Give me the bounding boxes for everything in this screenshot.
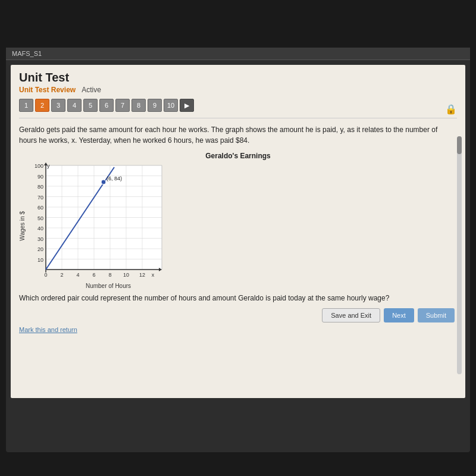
svg-text:(6, 84): (6, 84) — [107, 176, 122, 181]
question-text: Geraldo gets paid the same amount for ea… — [19, 124, 457, 146]
question-nav: 1 2 3 4 5 6 7 8 9 10 ▶ — [19, 99, 457, 112]
svg-text:40: 40 — [37, 226, 43, 231]
sub-question: Which ordered pair could represent the n… — [19, 294, 457, 302]
next-button[interactable]: Next — [384, 308, 414, 322]
page-title: Unit Test — [19, 71, 457, 84]
svg-text:6: 6 — [92, 272, 95, 278]
nav-btn-4[interactable]: 4 — [67, 99, 82, 112]
mark-return-link[interactable]: Mark this and return — [19, 326, 77, 333]
svg-text:8: 8 — [108, 272, 111, 278]
chart-area: 100 90 80 70 60 50 40 30 20 10 0 2 4 6 8 — [28, 162, 171, 289]
earnings-chart: 100 90 80 70 60 50 40 30 20 10 0 2 4 6 8 — [28, 162, 171, 281]
svg-text:50: 50 — [37, 215, 43, 221]
y-axis-label: Wages in $ — [19, 211, 26, 241]
svg-text:100: 100 — [35, 163, 43, 169]
svg-point-44 — [101, 180, 106, 184]
svg-text:90: 90 — [37, 174, 43, 180]
svg-text:10: 10 — [123, 272, 129, 278]
mafs-label: MAFS_S1 — [12, 50, 42, 57]
svg-text:30: 30 — [37, 236, 43, 242]
svg-text:80: 80 — [37, 184, 43, 190]
nav-btn-5[interactable]: 5 — [83, 99, 98, 112]
save-exit-button[interactable]: Save and Exit — [322, 308, 380, 322]
svg-text:y: y — [47, 163, 50, 169]
svg-text:12: 12 — [139, 272, 145, 278]
nav-btn-3[interactable]: 3 — [51, 99, 65, 112]
nav-btn-6[interactable]: 6 — [99, 99, 114, 112]
svg-text:20: 20 — [37, 246, 43, 252]
submit-button[interactable]: Submit — [418, 308, 455, 322]
lock-icon: 🔒 — [445, 104, 457, 115]
svg-text:10: 10 — [37, 257, 43, 263]
nav-btn-1[interactable]: 1 — [19, 99, 33, 112]
scroll-indicator[interactable] — [457, 136, 462, 374]
bottom-buttons: Save and Exit Next Submit — [19, 308, 457, 322]
scroll-thumb[interactable] — [457, 136, 462, 154]
nav-btn-2[interactable]: 2 — [35, 99, 49, 112]
status-badge: Active — [82, 86, 101, 94]
svg-text:4: 4 — [76, 272, 79, 278]
nav-btn-8[interactable]: 8 — [131, 99, 146, 112]
nav-btn-10[interactable]: 10 — [164, 99, 178, 112]
chart-title: Geraldo's Earnings — [19, 152, 457, 160]
svg-text:2: 2 — [60, 272, 63, 278]
x-axis-label: Number of Hours — [46, 283, 171, 289]
svg-text:x: x — [152, 272, 155, 278]
nav-next-arrow[interactable]: ▶ — [180, 99, 194, 112]
nav-btn-9[interactable]: 9 — [148, 99, 162, 112]
svg-text:0: 0 — [44, 272, 47, 278]
svg-text:70: 70 — [37, 195, 43, 201]
subtitle-label: Unit Test Review — [19, 86, 76, 94]
nav-btn-7[interactable]: 7 — [115, 99, 130, 112]
svg-text:60: 60 — [37, 205, 43, 211]
